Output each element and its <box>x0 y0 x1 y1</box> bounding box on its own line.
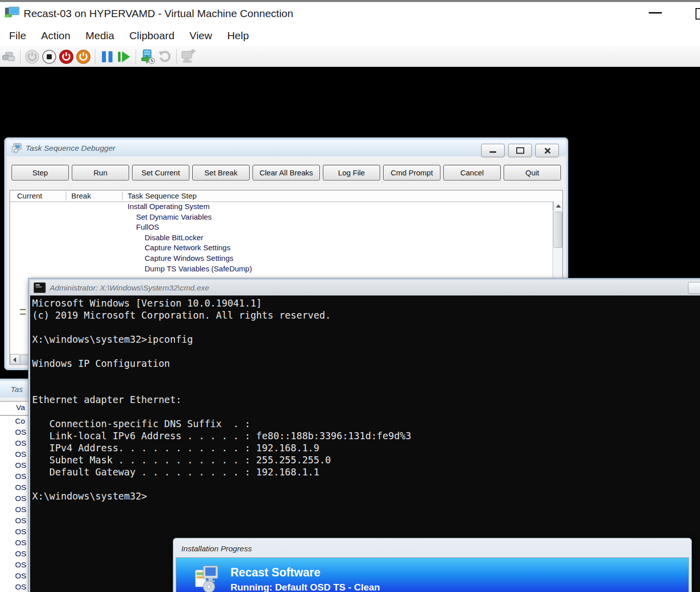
set-break-button[interactable]: Set Break <box>192 165 250 180</box>
console-line: (c) 2019 Microsoft Corporation. All righ… <box>32 309 700 321</box>
menu-help[interactable]: Help <box>219 30 256 42</box>
enhanced-session-icon[interactable] <box>180 48 197 65</box>
console-line: Connection-specific DNS Suffix . : <box>32 418 700 430</box>
toolbar <box>0 46 700 67</box>
toolbar-separator <box>95 49 95 64</box>
debugger-maximize-icon[interactable] <box>508 144 532 157</box>
current-step-marker <box>20 309 26 315</box>
cmd-icon <box>34 282 46 293</box>
console-line: Link-local IPv6 Address . . . . . : fe80… <box>32 430 700 442</box>
debugger-title: Task Sequence Debugger <box>26 144 115 153</box>
start-icon[interactable] <box>24 48 41 65</box>
list-item[interactable]: Install Operating System <box>10 202 553 212</box>
console-line: Subnet Mask . . . . . . . . . . . : 255.… <box>32 454 700 466</box>
console-line <box>32 381 700 393</box>
run-button[interactable]: Run <box>72 165 129 180</box>
debugger-app-icon <box>12 143 22 153</box>
progress-heading: Recast Software <box>230 565 380 580</box>
shutdown-icon[interactable] <box>58 48 75 65</box>
minimize-icon[interactable] <box>649 12 662 14</box>
cmd-titlebar[interactable]: Administrator: X:\Windows\System32\cmd.e… <box>30 280 700 296</box>
vm-display[interactable]: Task Sequence Debugger Step Run Set Curr… <box>0 67 700 592</box>
list-item[interactable]: Disable BitLocker <box>10 233 553 243</box>
variables-title: Tas <box>11 385 23 394</box>
scroll-up-icon[interactable] <box>553 201 554 211</box>
quit-button[interactable]: Quit <box>504 165 561 180</box>
menu-bar: File Action Media Clipboard View Help <box>0 25 700 46</box>
set-current-button[interactable]: Set Current <box>132 165 189 180</box>
revert-icon[interactable] <box>156 48 173 65</box>
maximize-icon[interactable] <box>695 8 700 20</box>
pause-icon[interactable] <box>98 48 115 65</box>
scrollbar-thumb[interactable] <box>553 212 562 248</box>
console-line: IPv4 Address. . . . . . . . . . . : 192.… <box>32 442 700 454</box>
window-title: Recast-03 on HYPERVAMD - Virtual Machine… <box>24 8 293 20</box>
debugger-button-row: Step Run Set Current Set Break Clear All… <box>12 165 561 180</box>
scroll-left-icon[interactable] <box>10 354 20 364</box>
list-item[interactable]: FullOS <box>10 222 553 233</box>
step-button[interactable]: Step <box>12 165 69 180</box>
console-line: Default Gateway . . . . . . . . . : 192.… <box>32 466 700 478</box>
ctrl-alt-del-icon[interactable] <box>0 48 17 65</box>
list-item[interactable]: Capture Network Settings <box>10 243 553 253</box>
installer-icon <box>194 565 219 592</box>
clear-all-breaks-button[interactable]: Clear All Breaks <box>253 165 320 180</box>
log-file-button[interactable]: Log File <box>323 165 380 180</box>
console-line: Microsoft Windows [Version 10.0.19041.1] <box>32 297 700 309</box>
progress-dialog-title: Installation Progress <box>181 544 252 553</box>
installation-progress-dialog: Installation Progress <box>173 538 692 592</box>
console-line <box>32 406 700 418</box>
console-line: X:\windows\system32>ipconfig <box>32 333 700 345</box>
list-item[interactable]: Set Dynamic Variables <box>10 212 553 223</box>
console-line <box>32 321 700 333</box>
checkpoint-icon[interactable] <box>139 48 156 65</box>
progress-subheading: Running: Default OSD TS - Clean <box>230 582 380 592</box>
menu-action[interactable]: Action <box>34 30 78 42</box>
console-line: X:\windows\system32> <box>32 490 700 502</box>
toolbar-separator <box>136 49 136 64</box>
list-header: Current Break Task Sequence Step <box>10 190 562 202</box>
cmd-minimize-icon[interactable] <box>688 282 700 294</box>
console-line: Ethernet adapter Ethernet: <box>32 393 700 406</box>
console-line <box>32 478 700 490</box>
vmconnect-app-icon <box>5 7 20 21</box>
cmd-prompt-button[interactable]: Cmd Prompt <box>383 165 440 180</box>
turn-off-icon[interactable] <box>41 48 58 65</box>
console-line <box>32 345 700 357</box>
column-break[interactable]: Break <box>71 191 91 200</box>
cmd-title: Administrator: X:\Windows\System32\cmd.e… <box>50 283 209 292</box>
console-line <box>32 369 700 381</box>
reset-icon[interactable] <box>115 48 133 65</box>
save-icon[interactable] <box>75 48 92 65</box>
progress-dialog-body: Recast Software Running: Default OSD TS … <box>176 557 689 592</box>
vmconnect-window: Recast-03 on HYPERVAMD - Virtual Machine… <box>0 0 700 592</box>
menu-view[interactable]: View <box>182 30 219 42</box>
column-current[interactable]: Current <box>17 191 42 200</box>
column-task-sequence-step[interactable]: Task Sequence Step <box>128 191 197 200</box>
debugger-titlebar[interactable]: Task Sequence Debugger <box>7 140 566 156</box>
cancel-button[interactable]: Cancel <box>443 165 501 180</box>
vmconnect-titlebar[interactable]: Recast-03 on HYPERVAMD - Virtual Machine… <box>0 2 700 25</box>
toolbar-separator <box>176 49 177 64</box>
console-line: Windows IP Configuration <box>32 357 700 369</box>
list-item[interactable]: Capture Windows Settings <box>10 253 553 264</box>
menu-media[interactable]: Media <box>78 30 122 42</box>
menu-clipboard[interactable]: Clipboard <box>122 30 182 42</box>
debugger-close-icon[interactable] <box>535 144 559 157</box>
progress-banner: Recast Software Running: Default OSD TS … <box>176 558 688 592</box>
list-item[interactable]: Dump TS Variables (SafeDump) <box>10 264 553 274</box>
debugger-minimize-icon[interactable] <box>481 144 505 157</box>
menu-file[interactable]: File <box>2 30 34 42</box>
toolbar-separator <box>20 49 21 64</box>
